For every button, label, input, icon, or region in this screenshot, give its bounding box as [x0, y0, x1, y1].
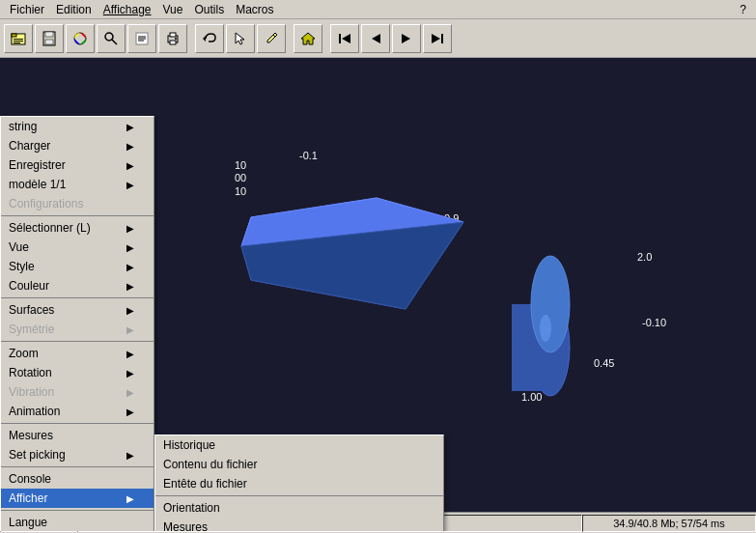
svg-rect-17 [170, 41, 176, 44]
sep5 [1, 466, 154, 467]
menu-langue[interactable]: Langue [1, 513, 154, 531]
menu-selectionner[interactable]: Sélectionner (L) ▶ [1, 218, 154, 238]
svg-point-46 [531, 256, 570, 352]
edit-button[interactable] [127, 24, 156, 53]
menu-edition[interactable]: Edition [50, 1, 98, 18]
sub-entete[interactable]: Entête du fichier [155, 474, 443, 493]
menu-string[interactable]: string ▶ [1, 117, 154, 136]
svg-point-18 [175, 38, 177, 40]
arrow-icon: ▶ [126, 223, 134, 234]
menu-outils[interactable]: Outils [188, 1, 230, 18]
menu-couleur[interactable]: Couleur ▶ [1, 276, 154, 295]
menu-vibration: Vibration ▶ [1, 382, 154, 402]
sep6 [1, 510, 154, 511]
menu-mesures[interactable]: Mesures [1, 426, 154, 445]
svg-rect-3 [14, 41, 23, 42]
svg-text:1.00: 1.00 [521, 391, 542, 403]
menu-surfaces[interactable]: Surfaces ▶ [1, 300, 154, 320]
menu-charger[interactable]: Charger ▶ [1, 136, 154, 155]
color-button[interactable] [66, 24, 95, 53]
menu-symetrie: Symétrie ▶ [1, 320, 154, 339]
save-button[interactable] [35, 24, 64, 53]
svg-rect-16 [170, 33, 176, 37]
svg-rect-7 [45, 40, 53, 44]
svg-marker-27 [402, 34, 410, 43]
svg-marker-25 [342, 34, 350, 43]
arrow-icon: ▶ [126, 262, 134, 272]
search-button[interactable] [97, 24, 126, 53]
svg-text:-0.10: -0.10 [642, 317, 666, 328]
sub-orientation[interactable]: Orientation [155, 498, 443, 518]
arrow-icon: ▶ [126, 141, 134, 152]
pencil-button[interactable] [257, 24, 286, 53]
arrow-icon: ▶ [126, 305, 134, 316]
open-button[interactable] [4, 24, 33, 53]
svg-line-10 [112, 40, 117, 44]
menubar: Fichier Edition Affichage Vue Outils Mac… [0, 0, 756, 19]
svg-point-47 [540, 315, 551, 342]
svg-marker-20 [236, 33, 244, 44]
sep2 [1, 297, 154, 298]
menu-console[interactable]: Console [1, 469, 154, 489]
arrow-icon: ▶ [126, 324, 134, 335]
arrow-icon: ▶ [126, 387, 134, 398]
svg-rect-2 [14, 39, 23, 40]
sub-historique[interactable]: Historique [155, 435, 443, 455]
prev-button[interactable] [361, 24, 390, 53]
svg-marker-26 [372, 34, 380, 43]
svg-rect-1 [12, 34, 16, 37]
sub-sep1 [155, 495, 443, 496]
arrow-icon: ▶ [126, 407, 134, 417]
arrow-icon: ▶ [126, 281, 134, 292]
menu-vue[interactable]: Vue ▶ [1, 238, 154, 257]
sep1 [1, 215, 154, 216]
arrow-icon: ▶ [126, 122, 134, 132]
next-button[interactable] [392, 24, 421, 53]
afficher-submenu: Historique Contenu du fichier Entête du … [154, 435, 444, 531]
arrow-icon: ▶ [126, 349, 134, 359]
home-button[interactable] [294, 24, 322, 53]
svg-marker-29 [432, 34, 440, 43]
svg-marker-19 [203, 36, 206, 42]
sep3 [1, 341, 154, 342]
status-memory: 34.9/40.8 Mb; 57/54 ms [582, 515, 756, 532]
arrow-icon: ▶ [126, 242, 134, 253]
print-button[interactable] [158, 24, 187, 53]
svg-text:0.45: 0.45 [594, 357, 614, 369]
menu-vue[interactable]: Vue [157, 1, 189, 18]
arrow-icon: ▶ [126, 450, 134, 461]
svg-rect-6 [45, 32, 53, 37]
menu-help[interactable]: ? [734, 1, 752, 18]
menu-modele[interactable]: modèle 1/1 ▶ [1, 175, 154, 194]
menu-set-picking[interactable]: Set picking ▶ [1, 445, 154, 464]
first-button[interactable] [330, 24, 359, 53]
sub-mesures[interactable]: Mesures [155, 518, 443, 531]
main-dropdown: string ▶ Charger ▶ Enregistrer ▶ modèle … [0, 116, 154, 531]
arrow-icon: ▶ [126, 160, 134, 171]
menu-afficher[interactable]: Afficher ▶ [1, 489, 154, 508]
menu-macros[interactable]: Macros [230, 1, 279, 18]
toolbar [0, 19, 756, 58]
svg-rect-4 [14, 42, 20, 43]
main-content: 10 -0.1 00 10 0.9 2.0 -0.10 0.45 1.00 [0, 58, 756, 531]
menu-configurations: Configurations [1, 194, 154, 213]
svg-marker-23 [301, 33, 315, 44]
menu-zoom[interactable]: Zoom ▶ [1, 344, 154, 363]
menu-fichier[interactable]: Fichier [4, 1, 50, 18]
viewer-area[interactable]: 10 -0.1 00 10 0.9 2.0 -0.10 0.45 1.00 [0, 58, 756, 531]
menu-animation[interactable]: Animation ▶ [1, 402, 154, 421]
menu-style[interactable]: Style ▶ [1, 257, 154, 276]
menu-enregistrer[interactable]: Enregistrer ▶ [1, 155, 154, 175]
last-button[interactable] [423, 24, 452, 53]
cursor-button[interactable] [226, 24, 255, 53]
svg-marker-21 [267, 33, 277, 42]
arrow-icon: ▶ [126, 493, 134, 504]
sep4 [1, 423, 154, 424]
menu-rotation[interactable]: Rotation ▶ [1, 363, 154, 382]
svg-text:2.0: 2.0 [637, 251, 652, 263]
menu-affichage[interactable]: Affichage [98, 1, 157, 18]
undo-button[interactable] [195, 24, 224, 53]
sub-contenu[interactable]: Contenu du fichier [155, 455, 443, 474]
arrow-icon: ▶ [126, 368, 134, 379]
context-menu-overlay: string ▶ Charger ▶ Enregistrer ▶ modèle … [0, 116, 444, 531]
